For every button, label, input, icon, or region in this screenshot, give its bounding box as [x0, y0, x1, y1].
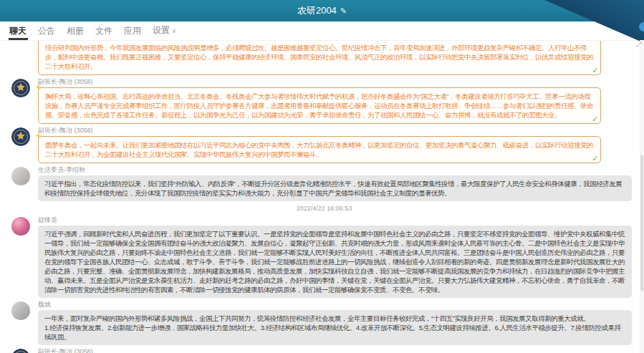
message-row: 魏姚 一年来，面对复杂严峻的国内外形势和诸多风险挑战，全国上下共同努力，统筹疫情…	[11, 300, 637, 345]
message-bubble[interactable]: 综合研判国内外形势，今年我国发展面临的风险挑战明显增多，必须爬坡过坎。越是困难越…	[38, 40, 601, 75]
group-title: 农研2004	[297, 4, 337, 17]
delivered-check-icon: ✓	[592, 115, 598, 124]
sender-name: 生活委员-李绍秋	[38, 165, 637, 174]
scrollbar[interactable]	[640, 40, 644, 353]
message-row: 副班长-陶冶 (3058) 胸怀大局，诠释心系祖国、志行高远的使命担当。北京冬奥…	[11, 77, 637, 124]
message-text: 习近平指出，常态化疫情防控以来，我们坚持“外防输入、内防反弹”，不断提升分区分级…	[44, 179, 625, 198]
chevron-down-icon: ∨	[172, 28, 176, 34]
tab-apps[interactable]: 应用	[124, 21, 141, 40]
avatar[interactable]	[11, 217, 30, 236]
group-chat-window: 农研2004 ✎ 聊天 公告 相册 文件 应用 设置∨ 综合研判国内外形势，今年…	[0, 0, 644, 353]
message-text: 胸怀大局，诠释心系祖国、志行高远的使命担当。北京冬奥会、冬残奥会广大参与者珍惜伟…	[45, 92, 594, 120]
edit-title-icon[interactable]: ✎	[340, 6, 347, 16]
message-row: 生活委员-李绍秋 习近平指出，常态化疫情防控以来，我们坚持“外防输入、内防反弹”…	[11, 165, 637, 201]
floating-widget-handle[interactable]	[639, 22, 644, 32]
tab-settings-label: 设置	[153, 25, 170, 35]
emblem-avatar-icon	[11, 349, 30, 353]
message-row: 综合研判国内外形势，今年我国发展面临的风险挑战明显增多，必须爬坡过坎。越是困难越…	[11, 40, 637, 75]
message-text-clipped: 综合研判国内外形势，今年我国发展面临的风险挑战明显增多，必须爬坡过坎。越是困难越…	[45, 44, 406, 52]
sender-name: 副班长-陶冶 (3058)	[38, 347, 637, 353]
tab-bar: 聊天 公告 相册 文件 应用 设置∨	[0, 21, 644, 41]
tab-album[interactable]: 相册	[67, 21, 84, 40]
message-bubble[interactable]: 习近平强调，回顾新时代党和人民奋进历程，我们更加坚定了以下重要认识。一是坚持党的…	[38, 226, 632, 298]
message-list[interactable]: 综合研判国内外形势，今年我国发展面临的风险挑战明显增多，必须爬坡过坎。越是困难越…	[0, 40, 644, 353]
message-text: 圆梦冬奥会，一起向未来。让我们更加紧密地团结在以习近平同志为核心的党中央周围，大…	[45, 140, 594, 159]
avatar[interactable]	[11, 127, 30, 146]
tab-announcement[interactable]: 公告	[38, 21, 55, 40]
scrollbar-thumb[interactable]	[640, 155, 643, 291]
message-bubble[interactable]: 圆梦冬奥会，一起向未来。让我们更加紧密地团结在以习近平同志为核心的党中央周围，大…	[38, 136, 601, 163]
sender-name: 副班长-陶冶 (3058)	[38, 126, 637, 135]
tab-files[interactable]: 文件	[95, 21, 112, 40]
message-bubble[interactable]: 习近平指出，常态化疫情防控以来，我们坚持“外防输入、内防反弹”，不断提升分区分级…	[38, 175, 632, 201]
message-text: 一年来，面对复杂严峻的国内外形势和诸多风险挑战，全国上下共同努力，统筹疫情防控和…	[44, 314, 625, 342]
message-row: 副班长-陶冶 (3058) 圆梦冬奥会，一起向未来。让我们更加紧密地团结在以习近…	[11, 126, 637, 163]
tab-settings[interactable]: 设置∨	[153, 21, 176, 41]
avatar[interactable]	[11, 349, 30, 353]
emblem-avatar-icon	[11, 127, 30, 146]
message-bubble[interactable]: 一年来，面对复杂严峻的国内外形势和诸多风险挑战，全国上下共同努力，统筹疫情防控和…	[38, 310, 632, 345]
timestamp-divider: 2022/4/22 16:06:53	[11, 204, 637, 213]
delivered-check-icon: ✓	[592, 154, 598, 163]
message-bubble[interactable]: 胸怀大局，诠释心系祖国、志行高远的使命担当。北京冬奥会、冬残奥会广大参与者珍惜伟…	[38, 87, 601, 124]
avatar[interactable]	[11, 167, 30, 185]
tab-chat[interactable]: 聊天	[9, 21, 27, 40]
sender-name: 魏姚	[38, 300, 637, 309]
message-row: 赵烽造 习近平强调，回顾新时代党和人民奋进历程，我们更加坚定了以下重要认识。一是…	[11, 216, 637, 298]
avatar[interactable]	[11, 301, 30, 320]
expand-icon[interactable]	[636, 42, 642, 47]
delivered-check-icon: ✓	[592, 66, 598, 75]
titlebar: 农研2004 ✎	[0, 0, 644, 21]
emblem-avatar-icon	[11, 79, 30, 97]
sender-name: 赵烽造	[38, 216, 637, 224]
avatar[interactable]	[11, 79, 30, 97]
sender-name: 副班长-陶冶 (3058)	[38, 77, 637, 86]
message-text: 习近平强调，回顾新时代党和人民奋进历程，我们更加坚定了以下重要认识。一是坚持党的…	[44, 229, 625, 294]
message-row: 副班长-陶冶 (3058) 无论是在校的还是在外联培的同学，都要严格遵守疫情防控…	[11, 347, 637, 353]
